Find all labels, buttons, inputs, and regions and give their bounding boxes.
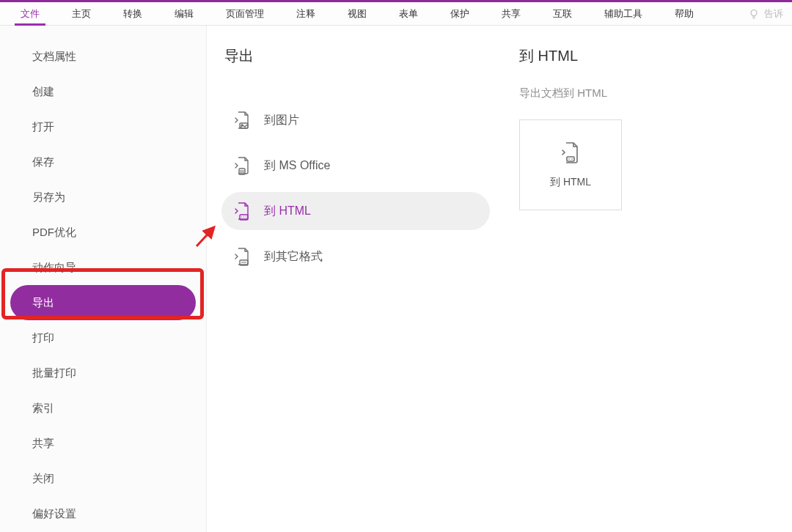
menu-item-2[interactable]: 转换 [107,2,158,26]
sidebar-item-7[interactable]: 导出 [10,285,196,320]
export-panel: 导出 到图片到 MS Office到 HTML到其它格式 [207,26,505,532]
sidebar-item-6[interactable]: 动作向导 [10,250,196,285]
export-option-0[interactable]: 到图片 [221,101,490,139]
sidebar-item-label: 保存 [32,155,54,169]
lightbulb-icon [748,8,760,20]
sidebar-item-label: 偏好设置 [32,507,76,521]
sidebar-item-9[interactable]: 批量打印 [10,355,196,391]
export-option-label: 到其它格式 [264,249,323,265]
sidebar-item-5[interactable]: PDF优化 [10,215,196,250]
sidebar-item-13[interactable]: 偏好设置 [10,496,196,531]
tell-me-text: 告诉 [764,7,783,21]
main-area: 文档属性创建打开保存另存为PDF优化动作向导导出打印批量打印索引共享关闭偏好设置… [0,26,792,532]
html-file-icon [558,141,583,166]
menu-item-10[interactable]: 互联 [537,2,588,26]
export-option-3[interactable]: 到其它格式 [221,237,490,276]
menu-item-3[interactable]: 编辑 [158,2,210,26]
html-file-icon [232,201,252,221]
file-sidebar: 文档属性创建打开保存另存为PDF优化动作向导导出打印批量打印索引共享关闭偏好设置 [0,26,207,532]
export-option-label: 到图片 [264,113,299,128]
export-option-1[interactable]: 到 MS Office [221,147,490,185]
menu-item-11[interactable]: 辅助工具 [588,2,659,26]
sidebar-item-label: 另存为 [32,191,65,204]
menu-item-5[interactable]: 注释 [280,2,331,26]
office-file-icon [232,155,252,176]
export-detail-title: 到 HTML [519,46,792,66]
export-card-label: 到 HTML [550,176,591,189]
menu-item-6[interactable]: 视图 [331,2,383,26]
menu-item-8[interactable]: 保护 [434,2,485,26]
export-option-2[interactable]: 到 HTML [221,192,490,230]
sidebar-item-label: 导出 [32,296,54,310]
sidebar-item-label: 动作向导 [32,261,76,275]
sidebar-item-12[interactable]: 关闭 [10,461,196,496]
sidebar-item-label: 共享 [32,437,54,451]
menu-item-7[interactable]: 表单 [383,2,434,26]
export-panel-title: 导出 [221,46,505,66]
svg-rect-7 [567,157,574,161]
export-option-label: 到 HTML [264,204,311,219]
sidebar-item-0[interactable]: 文档属性 [10,39,196,74]
menu-item-4[interactable]: 页面管理 [210,2,280,26]
other-file-icon [232,246,252,267]
sidebar-item-label: 批量打印 [32,366,76,380]
sidebar-item-1[interactable]: 创建 [10,74,196,109]
menu-item-12[interactable]: 帮助 [659,2,710,26]
sidebar-item-label: PDF优化 [32,226,76,240]
menubar: 文件主页转换编辑页面管理注释视图表单保护共享互联辅助工具帮助告诉 [0,2,792,26]
sidebar-item-3[interactable]: 保存 [10,144,196,180]
sidebar-item-10[interactable]: 索引 [10,391,196,426]
menu-item-0[interactable]: 文件 [4,2,56,26]
export-to-html-card[interactable]: 到 HTML [519,119,622,210]
export-detail-panel: 到 HTML 导出文档到 HTML 到 HTML [505,26,792,532]
sidebar-item-label: 关闭 [32,472,54,486]
export-detail-description: 导出文档到 HTML [519,86,792,100]
sidebar-item-label: 索引 [32,402,54,415]
export-option-label: 到 MS Office [264,158,330,174]
sidebar-item-label: 创建 [32,85,54,99]
svg-point-0 [751,10,757,15]
menu-item-9[interactable]: 共享 [485,2,537,26]
sidebar-item-4[interactable]: 另存为 [10,180,196,215]
tell-me-search[interactable]: 告诉 [748,7,788,21]
sidebar-item-8[interactable]: 打印 [10,320,196,355]
sidebar-item-2[interactable]: 打开 [10,109,196,144]
image-file-icon [232,110,252,130]
sidebar-item-label: 文档属性 [32,50,76,64]
sidebar-item-label: 打开 [32,120,54,134]
sidebar-item-label: 打印 [32,331,54,345]
menu-item-1[interactable]: 主页 [56,2,107,26]
sidebar-item-11[interactable]: 共享 [10,426,196,461]
export-options-list: 到图片到 MS Office到 HTML到其它格式 [221,101,505,276]
